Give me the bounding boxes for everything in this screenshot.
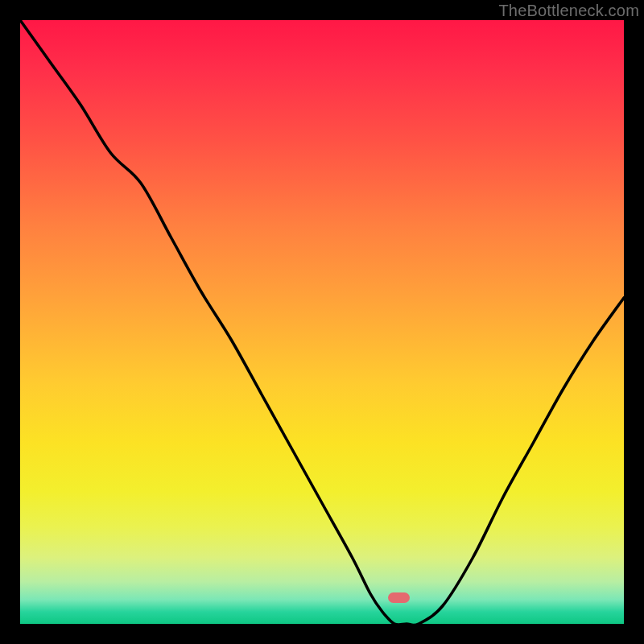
watermark-text: TheBottleneck.com: [498, 2, 639, 20]
chart-frame: TheBottleneck.com: [0, 0, 644, 644]
plot-area: [20, 20, 624, 624]
marker-pill: [388, 592, 410, 603]
bottleneck-curve: [20, 20, 624, 624]
